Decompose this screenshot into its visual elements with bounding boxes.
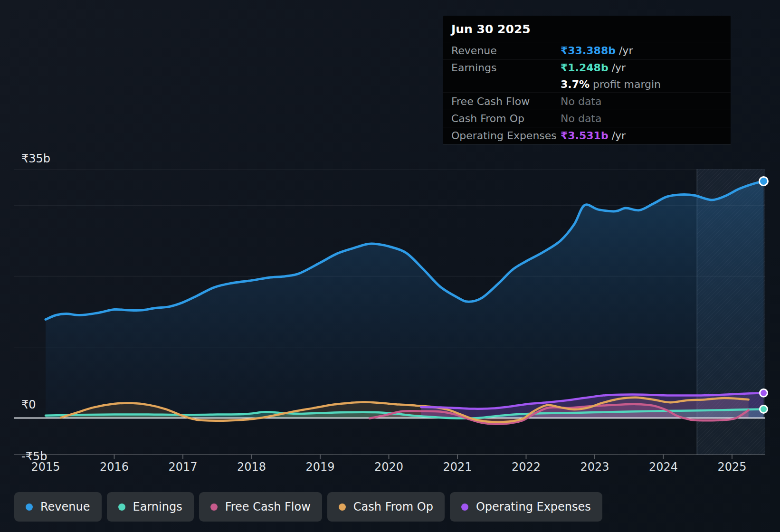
x-label-2022: 2022 — [512, 460, 541, 474]
tooltip-row-label: Operating Expenses — [443, 130, 561, 142]
tooltip-row-cash-from-op: Cash From OpNo data — [443, 110, 731, 127]
legend-label: Earnings — [133, 500, 182, 513]
y-label-0b: ₹0 — [21, 398, 36, 411]
chart-tooltip: Jun 30 2025 Revenue₹33.388b /yrEarnings₹… — [443, 16, 731, 144]
x-label-2025: 2025 — [717, 460, 746, 474]
y-label--5b: -₹5b — [21, 450, 47, 463]
legend-item-cash-from-op[interactable]: Cash From Op — [327, 492, 445, 522]
x-label-2020: 2020 — [374, 460, 403, 474]
tooltip-row-label: Free Cash Flow — [443, 95, 561, 107]
x-label-2017: 2017 — [168, 460, 197, 474]
x-label-2023: 2023 — [580, 460, 609, 474]
page: { "tooltip": { "date": "Jun 30 2025", "r… — [0, 0, 780, 532]
x-label-2019: 2019 — [305, 460, 334, 474]
legend-item-revenue[interactable]: Revenue — [14, 492, 102, 522]
legend-dot-operating-expenses — [461, 504, 468, 511]
tooltip-row-value: ₹3.531b /yr — [561, 130, 626, 142]
tooltip-row-value: No data — [561, 113, 601, 124]
legend-item-earnings[interactable]: Earnings — [107, 492, 194, 522]
tooltip-rows: Revenue₹33.388b /yrEarnings₹1.248b /yr3.… — [443, 42, 731, 144]
legend-label: Free Cash Flow — [225, 500, 311, 513]
legend-label: Operating Expenses — [476, 500, 591, 513]
legend-label: Revenue — [40, 500, 90, 513]
x-label-2016: 2016 — [100, 460, 129, 474]
tooltip-row-earnings: Earnings₹1.248b /yr — [443, 59, 731, 76]
legend-dot-revenue — [26, 504, 33, 511]
legend-dot-cash-from-op — [339, 504, 346, 511]
end-dot-earnings — [760, 405, 768, 413]
tooltip-row-label: Revenue — [443, 45, 561, 57]
legend-item-operating-expenses[interactable]: Operating Expenses — [450, 492, 602, 522]
tooltip-row-profit-margin: 3.7% profit margin — [443, 76, 731, 93]
tooltip-row-value: No data — [561, 95, 601, 107]
x-label-2021: 2021 — [443, 460, 472, 474]
legend-item-free-cash-flow[interactable]: Free Cash Flow — [199, 492, 322, 522]
tooltip-row-label: Cash From Op — [443, 113, 561, 124]
legend-dot-free-cash-flow — [210, 504, 218, 511]
end-dot-operating-expenses — [760, 389, 768, 397]
tooltip-row-label: Earnings — [443, 62, 561, 74]
tooltip-row-value: ₹33.388b /yr — [561, 45, 633, 57]
x-label-2024: 2024 — [649, 460, 678, 474]
legend-label: Cash From Op — [353, 500, 433, 513]
tooltip-date: Jun 30 2025 — [443, 16, 731, 42]
tooltip-row-value: 3.7% profit margin — [561, 78, 661, 90]
tooltip-row-operating-expenses: Operating Expenses₹3.531b /yr — [443, 127, 731, 144]
tooltip-row-revenue: Revenue₹33.388b /yr — [443, 42, 731, 59]
chart-legend: RevenueEarningsFree Cash FlowCash From O… — [14, 492, 602, 522]
y-label-35b: ₹35b — [21, 152, 50, 165]
end-dot-revenue — [760, 177, 768, 186]
series-fill-revenue — [46, 181, 764, 418]
x-label-2018: 2018 — [237, 460, 266, 474]
legend-dot-earnings — [118, 504, 125, 511]
tooltip-row-value: ₹1.248b /yr — [561, 62, 626, 74]
tooltip-row-free-cash-flow: Free Cash FlowNo data — [443, 93, 731, 110]
